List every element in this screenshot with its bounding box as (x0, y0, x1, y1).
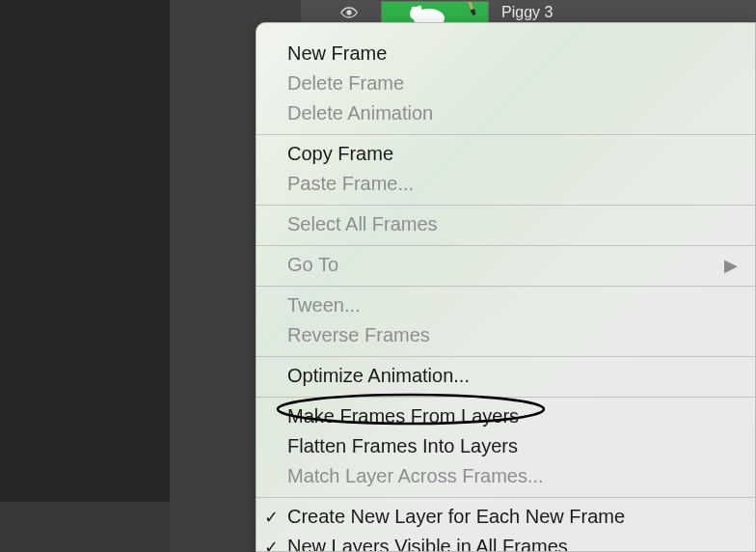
timeline-context-menu: New Frame Delete Frame Delete Animation … (256, 22, 756, 552)
menu-item-label: New Frame (287, 41, 387, 67)
menu-group: Select All Frames (256, 206, 755, 246)
left-bottom-bar (0, 502, 170, 552)
menu-item-optimize-animation[interactable]: Optimize Animation... (256, 361, 755, 391)
menu-item-label: Optimize Animation... (287, 363, 470, 389)
left-panel-dark (0, 0, 170, 502)
check-icon: ✓ (264, 534, 279, 552)
layer-thumbnail[interactable] (381, 1, 489, 24)
menu-item-label: Reverse Frames (287, 322, 430, 348)
brush-icon (459, 1, 485, 20)
menu-item-label: Delete Animation (287, 100, 433, 126)
menu-item-copy-frame[interactable]: Copy Frame (256, 139, 755, 169)
menu-item-label: Go To (287, 252, 338, 278)
menu-item-flatten-frames[interactable]: Flatten Frames Into Layers (256, 431, 755, 461)
menu-item-select-all-frames[interactable]: Select All Frames (256, 209, 755, 239)
menu-group: Tween... Reverse Frames (256, 287, 755, 357)
menu-item-match-layer[interactable]: Match Layer Across Frames... (256, 461, 755, 491)
submenu-arrow-icon: ▶ (724, 252, 738, 278)
menu-item-label: Make Frames From Layers (287, 403, 519, 429)
menu-item-make-frames-from-layers[interactable]: Make Frames From Layers (256, 401, 755, 431)
check-icon: ✓ (264, 504, 279, 530)
menu-item-tween[interactable]: Tween... (256, 290, 755, 320)
menu-group: Copy Frame Paste Frame... (256, 135, 755, 206)
svg-point-3 (412, 7, 417, 12)
menu-group: Make Frames From Layers Flatten Frames I… (256, 398, 755, 498)
menu-group: ✓ Create New Layer for Each New Frame ✓ … (256, 498, 755, 552)
menu-item-delete-frame[interactable]: Delete Frame (256, 69, 755, 98)
menu-item-delete-animation[interactable]: Delete Animation (256, 98, 755, 128)
menu-item-label: Paste Frame... (287, 171, 414, 197)
menu-group: Go To ▶ (256, 246, 755, 287)
svg-point-4 (418, 6, 422, 11)
svg-point-0 (346, 10, 351, 14)
menu-item-new-frame[interactable]: New Frame (256, 39, 755, 69)
menu-item-reverse-frames[interactable]: Reverse Frames (256, 320, 755, 350)
menu-group: Optimize Animation... (256, 357, 755, 398)
menu-item-label: Select All Frames (287, 211, 438, 237)
menu-item-new-layers-visible[interactable]: ✓ New Layers Visible in All Frames (256, 532, 755, 552)
menu-group: New Frame Delete Frame Delete Animation (256, 35, 755, 135)
menu-item-label: New Layers Visible in All Frames (287, 534, 568, 552)
menu-item-label: Match Layer Across Frames... (287, 463, 544, 489)
menu-item-label: Flatten Frames Into Layers (287, 433, 518, 459)
app-root: Piggy 3 New Frame Delete Frame Delete An… (0, 0, 756, 552)
piggy-icon (407, 4, 451, 24)
menu-item-label: Tween... (287, 292, 361, 318)
menu-item-go-to[interactable]: Go To ▶ (256, 250, 755, 280)
menu-item-label: Copy Frame (287, 141, 393, 167)
layer-name-label[interactable]: Piggy 3 (501, 2, 553, 23)
menu-item-label: Delete Frame (287, 70, 404, 97)
menu-item-paste-frame[interactable]: Paste Frame... (256, 169, 755, 199)
menu-item-label: Create New Layer for Each New Frame (287, 504, 625, 530)
eye-icon (339, 7, 359, 18)
menu-item-create-new-layer-each-frame[interactable]: ✓ Create New Layer for Each New Frame (256, 502, 755, 532)
